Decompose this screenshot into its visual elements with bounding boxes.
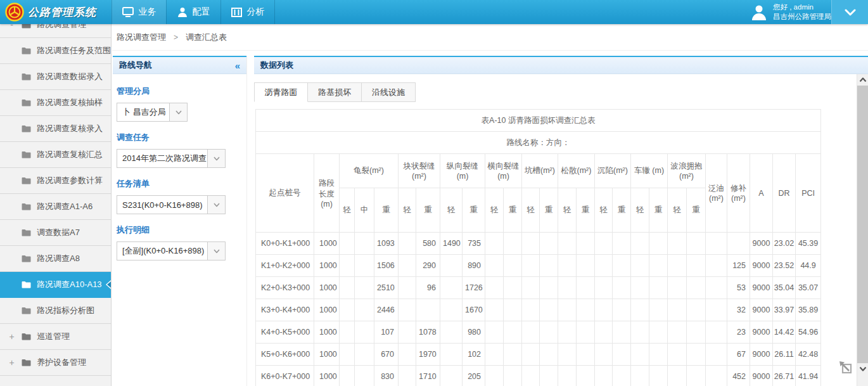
sidebar-item[interactable]: 路况调查A1-A6: [0, 194, 111, 220]
column-subheader: 重: [374, 188, 399, 233]
table-cell: [540, 321, 558, 344]
scrollbar-thumb[interactable]: [857, 86, 868, 363]
sidebar: -路况调查管理路况调查任务及范围路况调查数据录入路况调查复核抽样路况调查复核录入…: [0, 24, 112, 386]
table-cell: 1710: [416, 366, 440, 386]
table-cell: [727, 233, 750, 255]
sidebar-item-label: 路况调查复核汇总: [37, 149, 103, 160]
folder-icon: [22, 125, 31, 132]
app-title: 公路管理系统: [28, 5, 96, 20]
table-cell: 1506: [374, 255, 399, 277]
sidebar-item-label: 路况调查管理: [37, 24, 86, 30]
table-cell: [340, 277, 355, 299]
column-subheader: 重: [649, 188, 668, 233]
sidebar-item[interactable]: -路况调查管理: [0, 24, 111, 38]
table-cell: [355, 277, 374, 299]
dropdown-toggle[interactable]: [207, 150, 225, 167]
dropdown-select[interactable]: S231(K0+0-K16+898): [117, 195, 226, 214]
breadcrumb-item-current[interactable]: 调查汇总表: [186, 32, 227, 43]
sidebar-item[interactable]: +养护设备管理: [0, 350, 111, 376]
table-cell: 42.48: [796, 344, 821, 366]
table-cell: [558, 321, 577, 344]
surface-tab[interactable]: 路基损坏: [308, 82, 362, 102]
dropdown-toggle[interactable]: [169, 103, 187, 121]
table-cell: [649, 277, 668, 299]
table-cell: [687, 344, 706, 366]
table-cell: [631, 344, 649, 366]
table-cell: [558, 233, 577, 255]
scroll-up-button[interactable]: [857, 74, 868, 86]
column-subheader: 轻: [558, 188, 577, 233]
table-cell: [399, 233, 416, 255]
user-menu-toggle[interactable]: [831, 0, 868, 24]
table-cell: [522, 233, 540, 255]
table-cell: 1000: [314, 321, 340, 344]
sidebar-item-label: 路况调查复核抽样: [37, 97, 103, 108]
table-cell: [595, 277, 613, 299]
sidebar-item[interactable]: 调查数据A7: [0, 220, 111, 246]
table-cell: [577, 277, 595, 299]
sidebar-item[interactable]: 路况调查A10-A13: [0, 272, 111, 298]
table-title: 表A-10 沥青路面损坏调查汇总表: [256, 110, 821, 132]
table-cell: [440, 344, 463, 366]
sidebar-item[interactable]: +巡道管理: [0, 324, 111, 350]
surface-tab[interactable]: 沥青路面: [254, 82, 308, 102]
surface-tab[interactable]: 沿线设施: [362, 82, 416, 102]
folder-icon: [22, 99, 31, 106]
vertical-scrollbar[interactable]: [857, 74, 868, 386]
table-cell: [577, 255, 595, 277]
table-cell: [577, 366, 595, 386]
table-cell: 1000: [314, 233, 340, 255]
sidebar-item[interactable]: 路况调查复核抽样: [0, 90, 111, 116]
table-cell: 1726: [463, 277, 485, 299]
nav-tab[interactable]: 业务: [112, 0, 166, 24]
table-cell: 23.52: [773, 255, 796, 277]
sidebar-item-label: 路况调查数据录入: [37, 71, 103, 82]
nav-tab[interactable]: 分析: [220, 0, 275, 24]
route-navigation-panel: 路线导航 « 管理分局卜 昌吉分局调查任务2014年第二次路况调查任务清单S23…: [113, 56, 247, 386]
plus-icon[interactable]: +: [8, 357, 16, 368]
sidebar-menu: -路况调查管理路况调查任务及范围路况调查数据录入路况调查复核抽样路况调查复核录入…: [0, 24, 111, 376]
dropdown-toggle[interactable]: [207, 196, 225, 214]
folder-icon: [22, 203, 31, 210]
table-cell: [504, 299, 522, 321]
sidebar-item[interactable]: 路况调查复核录入: [0, 116, 111, 142]
table-cell: [577, 233, 595, 255]
table-cell: [540, 299, 558, 321]
sidebar-item[interactable]: 路况指标分析图: [0, 298, 111, 324]
data-list-title: 数据列表: [260, 60, 293, 71]
table-cell: [399, 344, 416, 366]
table-cell: 35.04: [773, 277, 796, 299]
column-subheader: 轻: [340, 188, 355, 233]
table-cell: [340, 344, 355, 366]
table-cell: K0+0-K1+000: [256, 233, 314, 255]
table-cell: 53: [727, 277, 750, 299]
nav-tab[interactable]: 配置: [166, 0, 220, 24]
sidebar-item[interactable]: 路况调查数据录入: [0, 64, 111, 90]
dropdown-select[interactable]: 卜 昌吉分局: [117, 103, 188, 122]
dropdown-toggle[interactable]: [207, 242, 225, 260]
breadcrumb-item-parent[interactable]: 路况调查管理: [117, 32, 166, 43]
table-cell: [631, 321, 649, 344]
table-cell: 890: [463, 255, 485, 277]
dropdown-select[interactable]: 2014年第二次路况调查: [117, 149, 226, 168]
table-cell: 54.96: [796, 321, 821, 344]
popout-icon[interactable]: [838, 359, 854, 378]
collapse-panel-icon[interactable]: «: [235, 60, 240, 71]
sidebar-item[interactable]: 路况调查参数计算: [0, 168, 111, 194]
table-cell: [485, 321, 504, 344]
dropdown-select[interactable]: [全副](K0+0-K16+898): [117, 241, 226, 261]
plus-icon[interactable]: +: [8, 331, 16, 342]
table-cell: [399, 255, 416, 277]
minus-icon[interactable]: -: [8, 24, 16, 30]
scroll-down-button[interactable]: [857, 363, 868, 375]
column-subheader: 重: [504, 188, 522, 233]
table-cell: 9000: [750, 233, 773, 255]
sidebar-item[interactable]: 路况调查复核汇总: [0, 142, 111, 168]
table-subtitle: 路线名称：方向：: [256, 132, 821, 154]
sidebar-item[interactable]: 路况调查任务及范围: [0, 38, 111, 64]
column-header: A: [750, 154, 773, 233]
data-list-body: 沥青路面路基损坏沿线设施 表A-10 沥青路面损坏调查汇总表路线名称：方向：起点…: [254, 74, 868, 386]
sidebar-item[interactable]: 路况调查A8: [0, 246, 111, 272]
column-subheader: 轻: [485, 188, 504, 233]
table-cell: 1000: [314, 344, 340, 366]
